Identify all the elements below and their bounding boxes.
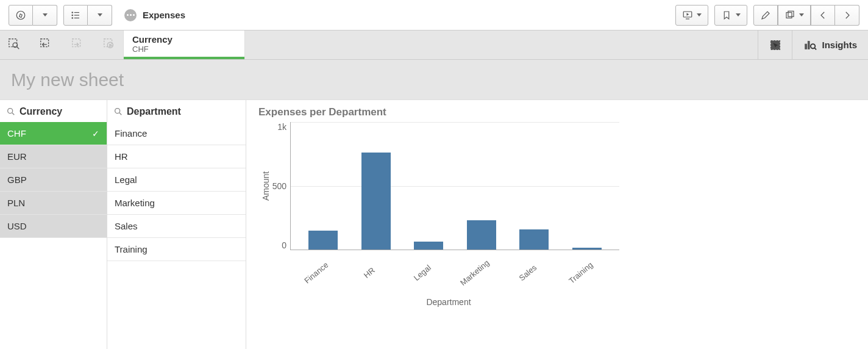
- chevron-left-icon: [817, 10, 828, 21]
- caret-down-icon: [799, 13, 804, 16]
- filter-item-label: Finance: [115, 128, 147, 139]
- prev-sheet-button[interactable]: [811, 5, 835, 26]
- top-toolbar: Expenses: [0, 0, 868, 31]
- filter-item-hr[interactable]: HR: [107, 145, 246, 168]
- chart-title: Expenses per Department: [258, 106, 850, 118]
- filter-item-usd[interactable]: USD: [0, 215, 107, 238]
- filter-item-eur[interactable]: EUR: [0, 145, 107, 168]
- edit-button[interactable]: [753, 5, 778, 26]
- selections-tool-button[interactable]: [758, 31, 792, 59]
- bar-training[interactable]: [572, 248, 602, 250]
- filter-list-department: Finance HR Legal Marketing Sales Trainin…: [107, 122, 246, 261]
- step-forward-icon: [71, 37, 84, 51]
- selection-pill-currency[interactable]: Currency CHF: [123, 31, 245, 59]
- step-back-icon: [39, 37, 52, 51]
- filter-item-training[interactable]: Training: [107, 238, 246, 261]
- nav-menu-group: [9, 5, 57, 26]
- list-icon: [70, 10, 81, 21]
- caret-down-icon: [736, 13, 741, 16]
- smart-search-button[interactable]: [7, 37, 21, 53]
- svg-rect-19: [805, 44, 807, 49]
- bar-slot: [463, 122, 500, 250]
- caret-down-icon: [43, 13, 48, 16]
- step-back-button[interactable]: [39, 37, 52, 53]
- bar-hr[interactable]: [361, 153, 391, 250]
- svg-point-25: [115, 109, 120, 113]
- filter-item-sales[interactable]: Sales: [107, 215, 246, 238]
- bar-finance[interactable]: [308, 231, 338, 250]
- bar-legal[interactable]: [414, 242, 443, 250]
- outline-menu-group: [63, 5, 112, 26]
- next-sheet-button[interactable]: [835, 5, 859, 26]
- svg-line-22: [815, 48, 817, 49]
- filter-item-finance[interactable]: Finance: [107, 122, 246, 145]
- filter-item-label: Marketing: [115, 198, 155, 208]
- bookmark-icon: [721, 10, 732, 21]
- sheets-icon: [784, 10, 795, 21]
- filter-header-currency[interactable]: Currency: [0, 100, 107, 122]
- y-tick: 0: [282, 240, 286, 250]
- svg-rect-15: [73, 38, 80, 46]
- svg-point-5: [72, 17, 73, 18]
- svg-line-26: [119, 113, 121, 115]
- filter-label: Currency: [20, 106, 62, 117]
- x-tick: Marketing: [458, 257, 492, 288]
- insights-button[interactable]: Insights: [792, 31, 868, 59]
- compass-icon: [15, 10, 26, 21]
- pencil-icon: [760, 10, 771, 21]
- x-tick: Legal: [405, 257, 439, 288]
- filter-item-label: USD: [7, 221, 27, 231]
- selection-stripe: [124, 57, 244, 59]
- app-icon: [124, 9, 137, 21]
- filter-pane-currency: Currency CHF EUR GBP PLN USD: [0, 100, 107, 349]
- svg-point-0: [16, 11, 25, 20]
- nav-compass-button[interactable]: [9, 5, 33, 26]
- filter-pane-department: Department Finance HR Legal Marketing Sa…: [107, 100, 246, 349]
- chevron-right-icon: [842, 10, 853, 21]
- clear-all-button[interactable]: [102, 37, 116, 53]
- main-content: Currency CHF EUR GBP PLN USD Department …: [0, 100, 868, 349]
- bar-marketing[interactable]: [467, 220, 496, 250]
- nav-compass-dropdown[interactable]: [33, 5, 57, 26]
- search-icon: [113, 107, 123, 117]
- sheets-dropdown-button[interactable]: [778, 5, 811, 26]
- filter-label: Department: [127, 106, 181, 117]
- filter-item-marketing[interactable]: Marketing: [107, 192, 246, 215]
- x-axis-label: Department: [284, 297, 613, 307]
- outline-button[interactable]: [63, 5, 88, 26]
- selection-tools: [0, 31, 123, 59]
- svg-rect-9: [786, 12, 792, 18]
- outline-dropdown[interactable]: [88, 5, 112, 26]
- bar-slot: [410, 122, 447, 250]
- edit-sheets-group: [753, 5, 859, 26]
- y-axis-label: Amount: [258, 122, 271, 250]
- insights-label: Insights: [822, 40, 857, 50]
- step-forward-button[interactable]: [71, 37, 84, 53]
- svg-rect-14: [41, 38, 49, 46]
- bookmark-dropdown-button[interactable]: [714, 5, 747, 26]
- selections-bar: Currency CHF Insights: [0, 31, 868, 60]
- filter-item-label: GBP: [7, 174, 27, 185]
- selections-right: Insights: [758, 31, 868, 59]
- bar-sales[interactable]: [519, 229, 549, 250]
- filter-header-department[interactable]: Department: [107, 100, 246, 122]
- selection-field-name: Currency: [132, 34, 235, 45]
- filter-item-pln[interactable]: PLN: [0, 192, 107, 215]
- caret-down-icon: [98, 13, 102, 16]
- filter-item-label: Legal: [115, 174, 137, 185]
- filter-item-label: EUR: [7, 151, 27, 162]
- bar-slot: [516, 122, 552, 250]
- clear-all-icon: [102, 37, 116, 51]
- bar-slot: [358, 122, 394, 250]
- filter-item-chf[interactable]: CHF: [0, 122, 107, 145]
- app-title-wrap: Expenses: [124, 9, 185, 21]
- svg-rect-20: [808, 41, 810, 49]
- x-tick: HR: [352, 257, 386, 288]
- filter-item-gbp[interactable]: GBP: [0, 168, 107, 192]
- sheet-title[interactable]: My new sheet: [11, 70, 124, 90]
- chart-plot-area[interactable]: [290, 122, 619, 250]
- filter-item-label: PLN: [7, 198, 25, 208]
- bars-container: [291, 122, 619, 250]
- filter-item-legal[interactable]: Legal: [107, 168, 246, 192]
- play-dropdown-button[interactable]: [675, 5, 708, 26]
